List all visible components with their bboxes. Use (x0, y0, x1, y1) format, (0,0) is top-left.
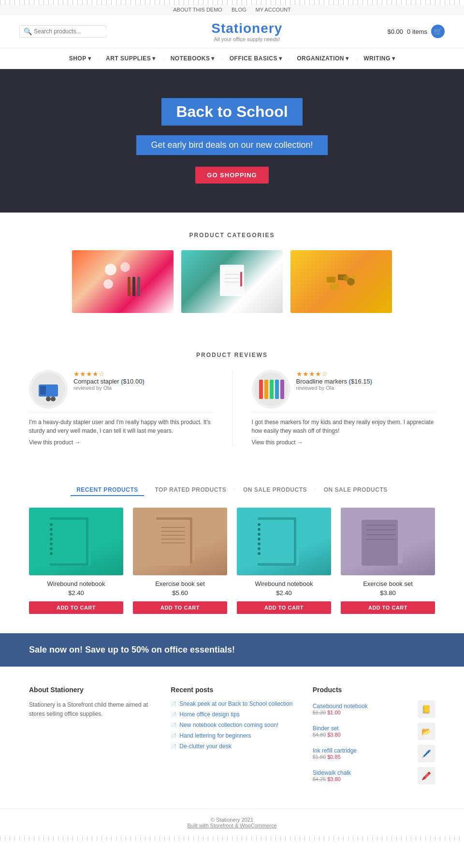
add-to-cart-3[interactable]: ADD TO CART (341, 601, 435, 614)
fp-name-2[interactable]: Ink refill cartridge (313, 747, 357, 754)
footer-posts-list: 📄Sneak peek at our Back to School collec… (171, 700, 293, 750)
svg-rect-27 (275, 380, 279, 399)
post-icon-2: 📄 (171, 723, 176, 728)
product-name-3: Exercise book set (363, 580, 413, 587)
built-with-link[interactable]: Built with Storefront & WooCommerce (187, 823, 276, 828)
office-dropdown-icon: ▾ (279, 55, 282, 62)
product-img-2 (237, 508, 331, 575)
review-card-0: ★★★★☆ Compact stapler ($10.00) reviewed … (29, 370, 213, 446)
site-logo: Stationery All your office supply needs! (211, 21, 282, 42)
svg-rect-39 (55, 520, 84, 558)
fp-name-3[interactable]: Sidewalk chalk (313, 769, 351, 776)
svg-point-52 (258, 528, 261, 531)
top-bar: ABOUT THIS DEMO BLOG MY ACCOUNT (0, 5, 464, 15)
svg-point-55 (258, 542, 261, 545)
product-img-1 (133, 508, 227, 575)
notebooks-visual (210, 260, 254, 303)
copyright: © Stationery 2021 (8, 817, 456, 823)
reviews-divider (232, 370, 232, 446)
category-office-basics[interactable] (290, 250, 392, 313)
product-price-0: $2.40 (68, 589, 84, 597)
post-item-4[interactable]: 📄De-clutter your desk (171, 743, 293, 750)
footer-recent-posts: Recent posts 📄Sneak peek at our Back to … (171, 686, 293, 789)
product-name-0: Wirebound notebook (47, 580, 105, 587)
add-to-cart-2[interactable]: ADD TO CART (237, 601, 331, 614)
add-to-cart-1[interactable]: ADD TO CART (133, 601, 227, 614)
review-info-1: ★★★★☆ Broadline markers ($16.15) reviewe… (296, 370, 373, 391)
category-notebooks[interactable] (181, 250, 283, 313)
post-item-0[interactable]: 📄Sneak peek at our Back to School collec… (171, 700, 293, 707)
svg-point-1 (120, 262, 130, 272)
reviews-section: PRODUCT REVIEWS ★★★★☆ Compact stapler ($… (0, 332, 464, 465)
search-input[interactable] (34, 28, 106, 35)
cart-area[interactable]: $0.00 0 items 🛒 (388, 25, 445, 38)
nav-art-supplies[interactable]: ART SUPPLIES ▾ (101, 53, 160, 64)
add-to-cart-0[interactable]: ADD TO CART (29, 601, 123, 614)
fp-thumb-2: 🖊️ (418, 745, 435, 762)
nav-notebooks[interactable]: NOTEBOOKS ▾ (166, 53, 219, 64)
svg-rect-43 (161, 527, 185, 528)
blog-link[interactable]: BLOG (232, 7, 246, 13)
category-notebooks-img (181, 250, 283, 313)
cart-amount: $0.00 (388, 28, 404, 35)
about-link[interactable]: ABOUT THIS DEMO (173, 7, 222, 13)
svg-rect-44 (161, 531, 185, 532)
org-dropdown-icon: ▾ (346, 55, 349, 62)
nav-office-basics[interactable]: OFFICE BASICS ▾ (225, 53, 287, 64)
notebooks-dropdown-icon: ▾ (211, 55, 215, 62)
tab-on-sale-1[interactable]: ON SALE PRODUCTS (237, 484, 313, 496)
post-item-2[interactable]: 📄New notebook collection coming soon! (171, 722, 293, 728)
nav-shop[interactable]: SHOP ▾ (64, 53, 96, 64)
svg-point-36 (50, 542, 53, 545)
fp-item-1: Binder set $4.80 $3.80 📂 (313, 723, 435, 740)
cart-items-count: 0 items (407, 28, 427, 35)
nav-organization[interactable]: ORGANIZATION ▾ (292, 53, 353, 64)
tab-on-sale-2[interactable]: ON SALE PRODUCTS (318, 484, 393, 496)
search-icon: 🔍 (24, 28, 32, 35)
top-ruler (0, 0, 464, 5)
fp-price-1: $4.80 $3.80 (313, 732, 341, 738)
nav-writing[interactable]: WRITING ▾ (359, 53, 400, 64)
go-shopping-button[interactable]: GO SHOPPING (195, 167, 268, 184)
post-icon-4: 📄 (171, 744, 176, 749)
review-product-img-1 (252, 370, 290, 409)
products-section: RECENT PRODUCTS · TOP RATED PRODUCTS · O… (0, 465, 464, 633)
account-link[interactable]: MY ACCOUNT (256, 7, 291, 13)
svg-rect-60 (366, 525, 395, 526)
footer-products: Products Casebound notebook $1.20 $1.00 … (313, 686, 435, 789)
svg-rect-5 (137, 277, 140, 296)
shop-dropdown-icon: ▾ (88, 55, 91, 62)
reviews-title: PRODUCT REVIEWS (29, 352, 435, 358)
product-card-2: Wirebound notebook $2.40 ADD TO CART (237, 508, 331, 614)
post-item-1[interactable]: 📄Home office design tips (171, 711, 293, 718)
review-link-1[interactable]: View this product → (252, 439, 435, 446)
product-name-2: Wirebound notebook (255, 580, 313, 587)
product-img-0 (29, 508, 123, 575)
cart-icon[interactable]: 🛒 (431, 25, 445, 38)
review-stars-0: ★★★★☆ (73, 370, 145, 378)
tab-recent-products[interactable]: RECENT PRODUCTS (71, 484, 144, 496)
product-name-1: Exercise book set (155, 580, 205, 587)
tab-top-rated[interactable]: TOP RATED PRODUCTS (149, 484, 232, 496)
product-price-3: $3.80 (380, 589, 396, 597)
svg-point-54 (258, 538, 261, 541)
svg-rect-47 (161, 542, 185, 543)
review-text-0: I'm a heavy-duty stapler user and I'm re… (29, 413, 213, 435)
product-card-1: Exercise book set $5.60 ADD TO CART (133, 508, 227, 614)
fp-thumb-1: 📂 (418, 723, 435, 740)
product-card-0: Wirebound notebook $2.40 ADD TO CART (29, 508, 123, 614)
review-link-0[interactable]: View this product → (29, 439, 213, 446)
post-item-3[interactable]: 📄Hand lettering for beginners (171, 732, 293, 739)
fp-price-3: $4.25 $3.80 (313, 776, 351, 782)
fp-name-0[interactable]: Casebound notebook (313, 703, 368, 710)
fp-price-0: $1.20 $1.00 (313, 710, 368, 715)
post-icon-0: 📄 (171, 701, 176, 707)
review-product-name-1: Broadline markers ($16.15) (296, 378, 373, 385)
categories-section: PRODUCT CATEGORIES (0, 213, 464, 332)
fp-name-1[interactable]: Binder set (313, 725, 341, 732)
product-tabs: RECENT PRODUCTS · TOP RATED PRODUCTS · O… (29, 484, 435, 496)
search-box[interactable]: 🔍 (19, 25, 106, 38)
svg-point-33 (50, 528, 53, 531)
category-art-supplies[interactable] (72, 250, 174, 313)
svg-point-57 (258, 552, 261, 555)
